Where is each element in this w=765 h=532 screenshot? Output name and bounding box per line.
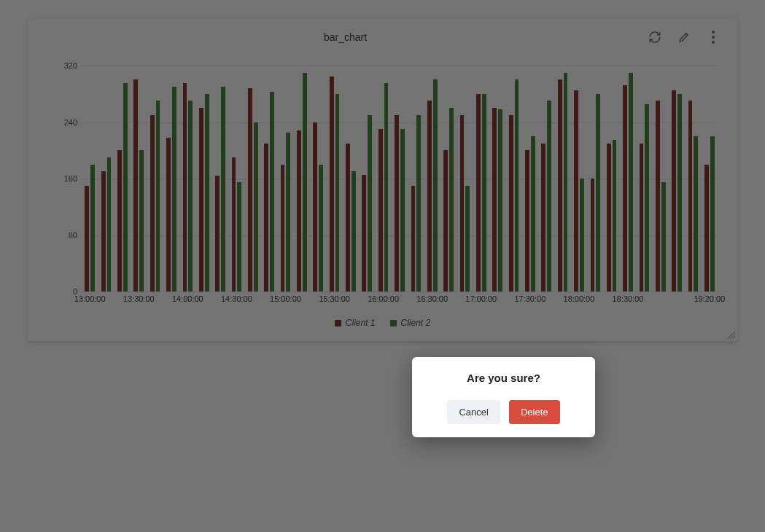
modal-overlay[interactable] <box>0 0 765 532</box>
confirm-dialog: Are you sure? Cancel Delete <box>412 357 595 437</box>
delete-button[interactable]: Delete <box>509 400 560 424</box>
dialog-actions: Cancel Delete <box>425 400 582 424</box>
cancel-button[interactable]: Cancel <box>447 400 500 424</box>
dialog-title: Are you sure? <box>425 372 582 384</box>
